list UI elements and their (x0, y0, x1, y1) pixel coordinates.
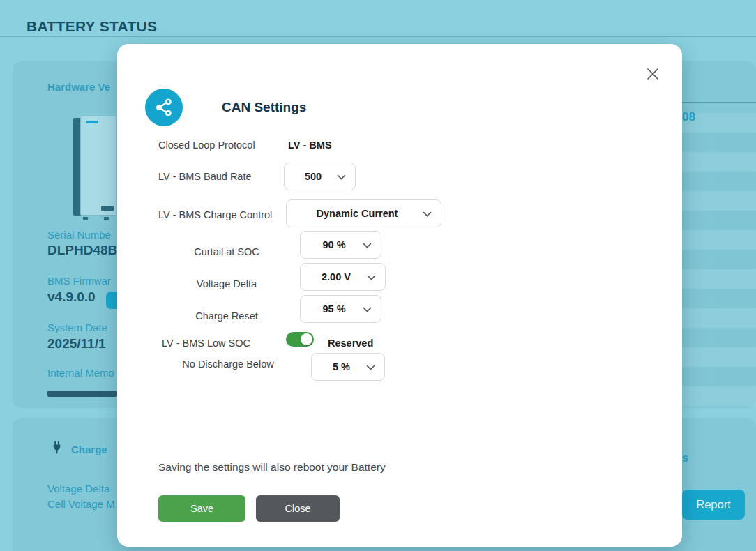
dialog-title: CAN Settings (222, 100, 306, 115)
charge-control-label: LV - BMS Charge Control (158, 209, 272, 220)
low-soc-label: LV - BMS Low SOC (162, 338, 250, 349)
system-date-value: 2025/11/1 (47, 336, 105, 352)
close-icon[interactable] (642, 63, 664, 86)
serial-number-value: DLPHD48B (47, 243, 117, 258)
charge-control-select[interactable]: Dynamic Current (286, 199, 441, 227)
no-discharge-below-label: No Discharge Below (158, 358, 298, 370)
voltage-delta-select[interactable]: 2.00 V (300, 263, 386, 291)
can-settings-dialog: CAN Settings Closed Loop Protocol LV - B… (117, 44, 682, 547)
charge-reset-select[interactable]: 95 % (300, 295, 381, 323)
reboot-warning-note: Saving the settings will also reboot you… (158, 461, 386, 474)
bms-firmware-value: v4.9.0.0 (47, 289, 96, 305)
memory-progress-bar (47, 391, 117, 397)
save-button[interactable]: Save (158, 495, 245, 522)
report-button[interactable]: Report (682, 490, 745, 520)
chevron-down-icon (367, 271, 376, 283)
no-discharge-below-select[interactable]: 5 % (311, 353, 385, 381)
low-soc-reserved-value: Reserved (328, 338, 373, 349)
page-title: BATTERY STATUS (27, 18, 157, 35)
baud-rate-select[interactable]: 500 (284, 163, 356, 190)
baud-rate-label: LV - BMS Baud Rate (158, 171, 252, 182)
voltage-delta-row-label: Voltage Delta (47, 483, 109, 495)
battery-product-image (73, 116, 116, 218)
chevron-down-icon (363, 303, 372, 315)
chevron-down-icon (363, 239, 372, 251)
charge-reset-label: Charge Reset (158, 310, 295, 322)
curtail-at-soc-label: Curtail at SOC (158, 246, 295, 257)
internal-memory-label: Internal Memo (47, 367, 114, 379)
cell-voltage-row-label: Cell Voltage M (47, 498, 115, 510)
close-button[interactable]: Close (256, 495, 340, 522)
voltage-delta-label: Voltage Delta (158, 278, 295, 289)
system-date-label: System Date (47, 322, 107, 333)
chevron-down-icon (423, 207, 432, 220)
closed-loop-protocol-value: LV - BMS (288, 139, 332, 151)
table-partial-value: 08 (682, 110, 695, 124)
closed-loop-protocol-label: Closed Loop Protocol (158, 139, 255, 151)
chevron-down-icon (366, 361, 375, 373)
charge-card-title: Charge (71, 444, 107, 455)
header-divider (0, 36, 756, 37)
charge-plug-icon (50, 441, 63, 457)
bms-firmware-label: BMS Firmwar (47, 275, 111, 287)
curtail-at-soc-select[interactable]: 90 % (300, 231, 381, 259)
chevron-down-icon (337, 170, 346, 183)
right-heading-partial: s (682, 452, 688, 465)
can-share-icon (145, 89, 183, 126)
hardware-card-title: Hardware Ve (47, 81, 110, 93)
serial-number-label: Serial Numbe (47, 229, 111, 241)
low-soc-toggle[interactable] (286, 332, 314, 347)
